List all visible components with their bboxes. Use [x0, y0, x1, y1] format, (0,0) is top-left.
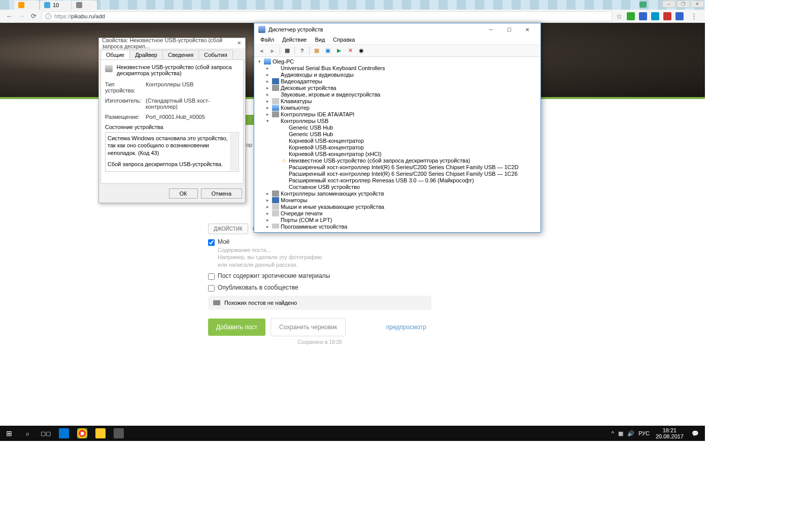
chrome-menu-icon[interactable]: ⋮: [688, 10, 700, 22]
checkbox-erotic[interactable]: [208, 273, 215, 280]
taskbar-app-edge[interactable]: [55, 426, 73, 441]
browser-tab-2[interactable]: 10: [40, 1, 71, 10]
task-view-button[interactable]: ▢▢: [37, 426, 55, 441]
tree-item[interactable]: ▸Клавиатуры: [254, 98, 540, 104]
tree-item[interactable]: Составное USB устройство: [254, 183, 540, 190]
tree-item[interactable]: ▸Аудиовходы и аудиовыходы: [254, 71, 540, 78]
tree-expander-icon[interactable]: ▾: [264, 118, 270, 123]
site-info-icon[interactable]: i: [45, 13, 51, 19]
tree-item[interactable]: Generic USB Hub: [254, 131, 540, 137]
bookmark-star-icon[interactable]: ☆: [616, 12, 623, 20]
tree-item[interactable]: Расширенный хост-контроллер Intel(R) 6 S…: [254, 170, 540, 177]
tree-item[interactable]: ▾Контроллеры USB: [254, 117, 540, 124]
chrome-user-icon[interactable]: [639, 2, 647, 8]
tree-item[interactable]: ▸Программные устройства: [254, 223, 540, 229]
tree-expander-icon[interactable]: ▸: [264, 191, 270, 196]
tree-expander-icon[interactable]: ▸: [264, 198, 270, 203]
window-close-icon[interactable]: ✕: [691, 1, 704, 8]
browser-tab-1[interactable]: [14, 1, 39, 10]
browser-tab-3[interactable]: [72, 1, 97, 10]
extension-icon-1[interactable]: [627, 12, 635, 20]
tree-item[interactable]: ▸Контроллеры IDE ATA/ATAPI: [254, 111, 540, 117]
tree-expander-icon[interactable]: ▸: [264, 217, 270, 223]
toolbar-disable-icon[interactable]: ◉: [356, 46, 366, 56]
action-center-icon[interactable]: 💬: [688, 426, 703, 441]
tree-expander-icon[interactable]: ▸: [264, 92, 270, 97]
tree-expander-icon[interactable]: ▸: [264, 79, 270, 84]
tree-item[interactable]: ▸Мыши и иные указывающие устройства: [254, 203, 540, 210]
tray-language[interactable]: РУС: [636, 430, 652, 436]
tree-expander-icon[interactable]: ▾: [256, 59, 262, 64]
toolbar-showhide-icon[interactable]: ▦: [282, 46, 292, 56]
tree-expander-icon[interactable]: ▸: [264, 211, 270, 216]
extension-icon-4[interactable]: [663, 12, 671, 20]
add-post-button[interactable]: Добавить пост: [208, 319, 265, 336]
dialog-close-icon[interactable]: ✕: [235, 39, 243, 46]
tab-details[interactable]: Сведения: [162, 50, 199, 59]
tree-item[interactable]: Generic USB Hub: [254, 124, 540, 131]
taskbar-app-explorer[interactable]: [91, 426, 110, 441]
tree-item[interactable]: Корневой USB-концентратор (xHCI): [254, 150, 540, 157]
preview-link[interactable]: предпросмотр: [386, 324, 426, 331]
dialog-titlebar[interactable]: Свойства: Неизвестное USB-устройство (сб…: [99, 38, 245, 48]
tray-volume-icon[interactable]: 🔊: [625, 430, 636, 437]
devmgr-maximize-icon[interactable]: ☐: [500, 24, 518, 35]
tree-item[interactable]: Корневой USB-концентратор: [254, 137, 540, 144]
tab-events[interactable]: События: [198, 50, 232, 59]
tray-chevron-icon[interactable]: ^: [610, 430, 616, 436]
checkbox-my-content[interactable]: [208, 239, 215, 246]
window-maximize-icon[interactable]: ❐: [676, 1, 690, 8]
tree-expander-icon[interactable]: ▸: [264, 224, 270, 229]
taskbar-app-chrome[interactable]: [73, 426, 91, 441]
tree-item[interactable]: ▸Компьютер: [254, 104, 540, 111]
toolbar-uninstall-icon[interactable]: ✕: [345, 46, 355, 56]
toolbar-properties-icon[interactable]: ▦: [312, 46, 322, 56]
tree-item[interactable]: ▾Oleg-PC: [254, 58, 540, 65]
tab-driver[interactable]: Драйвер: [129, 50, 163, 59]
menu-view[interactable]: Вид: [311, 36, 329, 44]
tree-item[interactable]: ▸Очереди печати: [254, 210, 540, 216]
tree-expander-icon[interactable]: ▸: [264, 72, 270, 77]
devmgr-minimize-icon[interactable]: ─: [482, 24, 500, 35]
tree-expander-icon[interactable]: ▸: [264, 112, 270, 117]
toolbar-update-icon[interactable]: ▶: [334, 46, 344, 56]
extension-icon-5[interactable]: [675, 12, 684, 20]
devmgr-titlebar[interactable]: Диспетчер устройств ─ ☐ ✕: [254, 23, 540, 36]
window-minimize-icon[interactable]: ─: [662, 1, 675, 8]
toolbar-forward-icon[interactable]: ►: [267, 46, 278, 56]
tree-item[interactable]: Неизвестное USB-устройство (сбой запроса…: [254, 157, 540, 164]
checkbox-community[interactable]: [208, 285, 215, 292]
toolbar-back-icon[interactable]: ◄: [256, 46, 266, 56]
tree-item[interactable]: Корневой USB-концентратор: [254, 144, 540, 150]
ok-button[interactable]: ОК: [169, 188, 198, 199]
tree-item[interactable]: ▸Звуковые, игровые и видеоустройства: [254, 91, 540, 98]
menu-file[interactable]: Файл: [256, 36, 278, 44]
tree-item[interactable]: ▸Контроллеры запоминающих устройств: [254, 190, 540, 197]
back-button[interactable]: ←: [3, 10, 15, 22]
start-button[interactable]: ⊞: [0, 426, 18, 441]
taskbar-app-other[interactable]: [110, 426, 128, 441]
tree-item[interactable]: ▸Видеоадаптеры: [254, 78, 540, 84]
forward-button[interactable]: →: [15, 10, 27, 22]
tree-expander-icon[interactable]: ▸: [264, 85, 270, 90]
search-button[interactable]: ⌕: [18, 426, 37, 441]
devmgr-close-icon[interactable]: ✕: [518, 24, 536, 35]
tab-general[interactable]: Общие: [100, 50, 130, 59]
tree-item[interactable]: ▸Дисковые устройства: [254, 84, 540, 91]
tag-joystick[interactable]: ДЖОЙСТИК: [208, 224, 248, 234]
tree-expander-icon[interactable]: ▸: [264, 105, 270, 110]
toolbar-help-icon[interactable]: ?: [297, 46, 307, 56]
tree-item[interactable]: Расширяемый хост-контроллер Renesas USB …: [254, 177, 540, 183]
taskbar-clock[interactable]: 18:21 20.08.2017: [652, 427, 688, 439]
menu-help[interactable]: Справка: [329, 36, 359, 44]
tree-item[interactable]: Расширенный хост-контроллер Intel(R) 6 S…: [254, 164, 540, 170]
tray-network-icon[interactable]: ▦: [616, 430, 625, 437]
tree-item[interactable]: ▸Мониторы: [254, 197, 540, 203]
toolbar-scan-icon[interactable]: ▣: [323, 46, 333, 56]
extension-icon-2[interactable]: [639, 12, 647, 20]
device-status-box[interactable]: Система Windows остановила это устройств…: [105, 132, 239, 172]
extension-icon-3[interactable]: [651, 12, 659, 20]
save-draft-button[interactable]: Сохранить черновик: [270, 318, 346, 336]
device-tree[interactable]: ▾Oleg-PC▸Universal Serial Bus Keyboard C…: [254, 57, 540, 229]
reload-button[interactable]: ⟳: [27, 10, 40, 22]
